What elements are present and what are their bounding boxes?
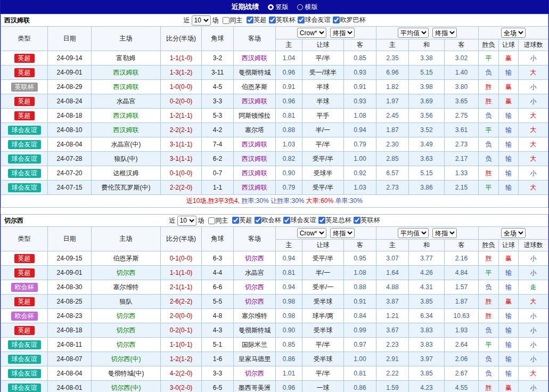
asian-home-odds: 0.90 <box>276 323 302 338</box>
match-count-select[interactable]: 10 <box>177 216 196 226</box>
match-type-badge: 球会友谊 <box>8 355 41 364</box>
asian-handicap: 半/一 <box>302 123 344 137</box>
asian-home-odds: 0.96 <box>276 94 302 109</box>
match-count-select[interactable]: 10 <box>192 15 211 26</box>
corners: 0-7 <box>202 166 234 181</box>
result-scope-select[interactable]: 全场 <box>501 228 526 238</box>
league-checkbox[interactable] <box>333 17 340 23</box>
bookmaker-select[interactable]: Crow* <box>297 28 326 38</box>
section-header: 切尔西 近 10 场 同主 英超欧会杯球会友谊英足总杯英联杯 <box>1 214 548 226</box>
match-type-cell: 球会友谊 <box>1 338 48 352</box>
score: 1-0(0-0) <box>161 80 202 94</box>
match-row: 英超24-09-14富勒姆1-1(1-0)3-2西汉姆联1.04平/半0.852… <box>1 51 548 66</box>
league-label: 英联杯 <box>276 15 296 24</box>
league-filter[interactable]: 英超 <box>247 15 267 24</box>
euro-company-select[interactable]: 平均值 <box>398 28 429 38</box>
league-filter[interactable]: 英联杯 <box>269 15 296 24</box>
result-goals: 走 <box>519 280 548 295</box>
corners: 6-5 <box>202 381 234 392</box>
away-team: 曼彻斯特城 <box>234 323 276 338</box>
league-checkbox[interactable] <box>269 17 276 23</box>
league-checkbox[interactable] <box>354 217 360 224</box>
layout-radio-vertical[interactable]: 竖版 <box>268 3 289 12</box>
league-checkbox[interactable] <box>232 217 239 224</box>
same-home-filter[interactable]: 同主 <box>223 16 243 25</box>
euro-draw-odds: 4.26 <box>409 266 445 280</box>
layout-radio-horizontal[interactable]: 横版 <box>297 3 318 12</box>
league-label: 欧会杯 <box>262 216 281 225</box>
same-home-filter[interactable]: 同主 <box>208 216 228 225</box>
asian-handicap: 平/半 <box>302 137 344 152</box>
euro-odds-stage-select[interactable]: 终指 <box>432 28 457 38</box>
asian-handicap: 受平/半 <box>302 152 344 166</box>
euro-odds-stage-select[interactable]: 终指 <box>432 228 457 238</box>
away-team: 水晶宫 <box>234 266 276 280</box>
result-goals: 小 <box>519 381 548 392</box>
result-winlose: 负 <box>479 280 499 295</box>
league-filter[interactable]: 英足总杯 <box>318 216 351 225</box>
bookmaker-select[interactable]: Crow* <box>297 228 326 238</box>
match-date: 24-09-15 <box>48 251 92 266</box>
league-checkbox[interactable] <box>298 17 305 23</box>
match-date: 24-09-01 <box>48 266 92 280</box>
result-handicap: 输 <box>499 366 519 381</box>
result-goals: 小 <box>519 51 548 66</box>
match-row: 球会友谊24-07-20达根汉姆0-1(0-0)0-7西汉姆联0.90受球半0.… <box>1 166 548 181</box>
games-label: 场 <box>212 16 219 25</box>
match-date: 24-07-15 <box>48 181 92 195</box>
match-date: 24-08-18 <box>48 109 92 123</box>
league-checkbox[interactable] <box>283 217 290 224</box>
score: 0-2(0-1) <box>161 323 202 338</box>
euro-home-odds: 3.67 <box>376 323 409 338</box>
result-goals: 小 <box>519 166 548 181</box>
asian-handicap: 受平/半 <box>302 181 344 195</box>
euro-company-select[interactable]: 平均值 <box>398 228 429 238</box>
same-home-checkbox[interactable] <box>223 17 230 24</box>
euro-away-odds: 1.33 <box>445 166 479 181</box>
match-type-badge: 英超 <box>14 254 35 263</box>
home-team: 狼队(中) <box>92 152 161 166</box>
result-winlose: 平 <box>479 266 499 280</box>
same-home-checkbox[interactable] <box>208 217 215 224</box>
euro-draw-odds: 3.85 <box>409 366 445 381</box>
away-team: 切尔西 <box>234 366 276 381</box>
result-winlose: 负 <box>479 137 499 152</box>
league-filter[interactable]: 欧会杯 <box>255 216 281 225</box>
result-handicap: 输 <box>499 137 519 152</box>
away-team: 西汉姆联 <box>234 152 276 166</box>
league-filter[interactable]: 欧罗巴杯 <box>333 15 366 24</box>
result-winlose: 胜 <box>479 166 499 181</box>
match-type-cell: 球会友谊 <box>1 166 48 181</box>
euro-home-odds: 2.45 <box>376 109 409 123</box>
asian-odds-stage-select[interactable]: 终指 <box>330 228 355 238</box>
score: 0-2(0-0) <box>161 94 202 109</box>
league-checkbox[interactable] <box>318 217 325 224</box>
corners: 3-2 <box>202 51 234 66</box>
match-date: 24-08-07 <box>48 352 92 366</box>
match-row: 英超24-08-18西汉姆联1-2(1-1)5-3阿斯顿维拉0.81平手1.08… <box>1 109 548 123</box>
league-checkbox[interactable] <box>255 217 261 224</box>
euro-home-odds: 1.97 <box>376 94 409 109</box>
subcol-handicap-result: 让球 <box>499 39 519 51</box>
home-team: 切尔西 <box>92 309 161 323</box>
result-handicap: 赢 <box>499 251 519 266</box>
asian-away-odds: 1.08 <box>344 109 376 123</box>
asian-odds-stage-select[interactable]: 终指 <box>330 28 355 38</box>
away-team: 西汉姆联 <box>234 137 276 152</box>
result-scope-select[interactable]: 全场 <box>501 28 526 38</box>
col-date: 日期 <box>48 27 92 51</box>
league-checkbox[interactable] <box>247 17 253 23</box>
league-filter[interactable]: 球会友谊 <box>283 216 316 225</box>
euro-draw-odds: 3.56 <box>409 109 445 123</box>
league-filter[interactable]: 英联杯 <box>354 216 380 225</box>
league-filter[interactable]: 球会友谊 <box>298 15 331 24</box>
away-team: 西汉姆联 <box>234 181 276 195</box>
result-goals: 大 <box>519 109 548 123</box>
asian-handicap: 受半球 <box>302 295 344 309</box>
league-filter[interactable]: 英超 <box>232 216 252 225</box>
corners: 1-6 <box>202 352 234 366</box>
result-handicap: 输 <box>499 266 519 280</box>
euro-away-odds: 3.65 <box>445 94 479 109</box>
euro-home-odds: 6.57 <box>376 166 409 181</box>
away-team: 切尔西 <box>234 251 276 266</box>
